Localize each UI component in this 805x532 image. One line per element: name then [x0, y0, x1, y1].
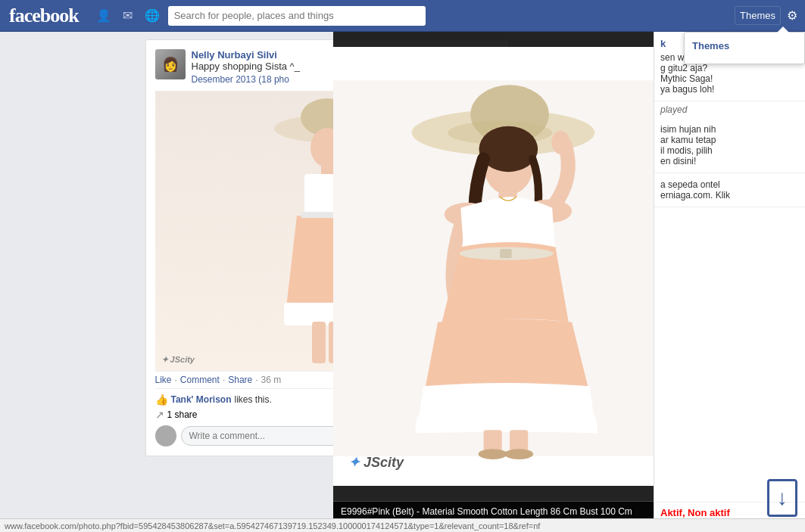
- right-nav: Themes ⚙: [727, 6, 805, 25]
- share-icon: ↗: [155, 409, 164, 421]
- avatar-image: 👩: [155, 49, 186, 79]
- jscity-star-icon: ✦: [348, 455, 360, 470]
- svg-rect-6: [312, 322, 326, 363]
- down-arrow-icon: ↓: [777, 486, 788, 510]
- svg-point-24: [551, 131, 569, 154]
- ad-3-text: isim hujan nihar kamu tetapil modis, pil…: [660, 124, 799, 166]
- themes-button[interactable]: Themes: [735, 6, 781, 25]
- facebook-logo: facebook: [0, 5, 88, 27]
- shares-count[interactable]: 1 share: [167, 409, 198, 420]
- lightbox-photo: ✦ JScity: [333, 47, 654, 486]
- popup-arrow: [777, 26, 789, 33]
- like-action[interactable]: Like: [155, 375, 172, 385]
- liker-name[interactable]: Tank' Morison: [171, 394, 232, 405]
- themes-popup-title: Themes: [692, 40, 797, 51]
- sidebar-played-label: played: [654, 101, 805, 118]
- gear-icon[interactable]: ⚙: [787, 8, 797, 23]
- svg-rect-19: [500, 249, 512, 258]
- svg-point-23: [504, 449, 533, 459]
- lightbox-image-area: ✦ JScity: [333, 32, 654, 501]
- down-arrow-indicator[interactable]: ↓: [767, 479, 797, 517]
- post-date[interactable]: Desember 2013 (18 pho: [192, 74, 289, 85]
- nav-icons-group: 👤 ✉ 🌐: [88, 6, 168, 26]
- lightbox-jscity-watermark: ✦ JScity: [348, 454, 404, 471]
- like-thumb-icon: 👍: [155, 394, 168, 406]
- search-input[interactable]: [168, 6, 426, 26]
- messages-icon[interactable]: ✉: [118, 6, 138, 26]
- likes-text: likes this.: [234, 394, 271, 405]
- svg-point-22: [479, 449, 507, 459]
- sidebar-ad-3: isim hujan nihar kamu tetapil modis, pil…: [654, 118, 805, 173]
- post-date-text: Desember 2013: [192, 74, 256, 85]
- navigation-bar: facebook 👤 ✉ 🌐 Themes ⚙: [0, 0, 805, 32]
- comment-action[interactable]: Comment: [180, 375, 220, 385]
- feed-jscity-label: ✦ JScity: [161, 355, 195, 365]
- right-sidebar: k sen web-basedg gitu2 aja?Mythic Saga!y…: [654, 32, 805, 532]
- themes-popup: Themes: [684, 32, 805, 64]
- product-photo-svg: [333, 51, 654, 486]
- photo-lightbox[interactable]: ✦ JScity E9996#Pink (Belt) - Material Sm…: [333, 32, 654, 532]
- action-count: 36 m: [261, 375, 282, 385]
- status-url: www.facebook.com/photo.php?fbid=59542845…: [5, 521, 540, 530]
- jscity-text: JScity: [363, 455, 404, 470]
- sidebar-ad-4: a sepeda ontelerniaga.com. Klik: [654, 173, 805, 207]
- commenter-avatar: [155, 425, 176, 446]
- notifications-icon[interactable]: 🌐: [142, 6, 162, 26]
- post-avatar: 👩: [155, 49, 186, 79]
- friends-icon[interactable]: 👤: [94, 6, 114, 26]
- browser-status-bar: www.facebook.com/photo.php?fbid=59542845…: [0, 518, 805, 532]
- post-date-suffix: (18 pho: [258, 74, 289, 85]
- share-action[interactable]: Share: [228, 375, 252, 385]
- ad-4-text: a sepeda ontelerniaga.com. Klik: [660, 179, 799, 201]
